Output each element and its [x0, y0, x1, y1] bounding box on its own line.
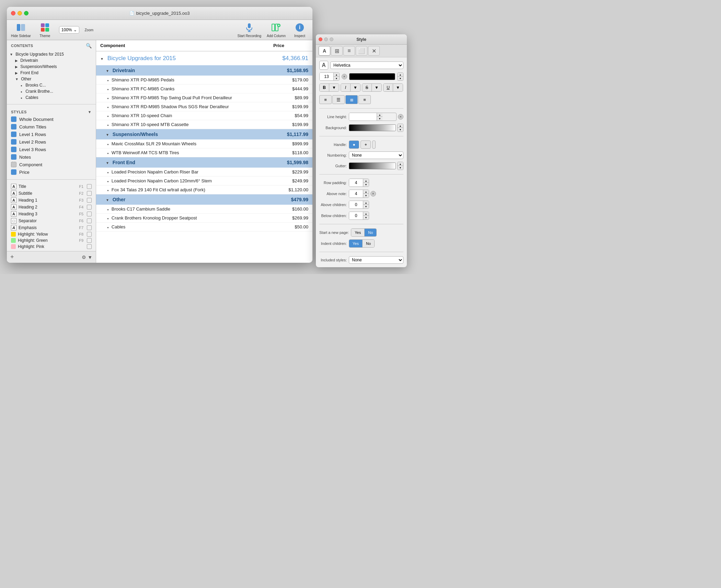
included-styles-select[interactable]: None	[349, 256, 403, 264]
style-panel-minimize[interactable]	[324, 37, 328, 41]
table-row-item-4[interactable]: ●Shimano XTR RD-M985 Shadow Plus SGS Rea…	[96, 102, 312, 111]
named-style-heading2[interactable]: A Heading 2 F4	[7, 204, 96, 211]
style-panel-close[interactable]	[319, 37, 322, 41]
tab-list[interactable]: ≡	[343, 46, 355, 56]
table-row-item-7[interactable]: ●Mavic CrossMax SLR 29 Mountain Wheels $…	[96, 139, 312, 148]
underline-button[interactable]: U	[384, 84, 393, 91]
style-column-titles[interactable]: Column Titles	[7, 123, 96, 131]
line-height-stepper[interactable]: ▲ ▼	[349, 113, 397, 121]
minimize-button[interactable]	[18, 11, 22, 15]
font-color-swatch[interactable]	[349, 73, 395, 80]
numbering-select[interactable]: None	[349, 151, 403, 159]
bg-up[interactable]: ▲	[398, 124, 403, 128]
table-row-drivetrain[interactable]: ▼ Drivetrain $1,168.95	[96, 65, 312, 76]
named-style-subtitle[interactable]: A Subtitle F2	[7, 190, 96, 197]
gear-icon[interactable]: ⚙ ▼	[82, 255, 92, 260]
italic-button[interactable]: I	[341, 84, 351, 91]
table-row-item-14[interactable]: ●Cables $50.00	[96, 223, 312, 231]
strikethrough-dropdown[interactable]: ▼	[372, 84, 381, 91]
tree-item-drivetrain[interactable]: ▶ Drivetrain	[7, 57, 96, 64]
new-page-no[interactable]: No	[365, 229, 376, 236]
tab-page[interactable]: ⬜	[356, 46, 367, 56]
style-component[interactable]: Component	[7, 161, 96, 168]
tab-text[interactable]: A	[319, 46, 330, 56]
ns-checkbox-heading1[interactable]	[87, 198, 92, 203]
ns-checkbox-emphasis[interactable]	[87, 225, 92, 230]
maximize-button[interactable]	[24, 11, 28, 15]
theme-button[interactable]: Theme	[36, 22, 54, 38]
below-children-input[interactable]	[349, 212, 363, 219]
ns-checkbox-title[interactable]	[87, 184, 92, 189]
named-style-title[interactable]: A Title F1	[7, 183, 96, 190]
above-children-down[interactable]: ▼	[363, 205, 369, 208]
named-style-highlight-pink[interactable]: Highlight: Pink	[7, 244, 96, 250]
table-row-other[interactable]: ▼ Other $479.99	[96, 194, 312, 205]
font-size-input[interactable]	[320, 73, 333, 80]
above-children-stepper[interactable]: ▲ ▼	[349, 201, 369, 209]
table-row-item-8[interactable]: ●WTB Weirwolf AM TCS MTB Tires $118.00	[96, 148, 312, 157]
font-size-up[interactable]: ▲	[334, 73, 339, 77]
underline-dropdown[interactable]: ▼	[393, 84, 403, 91]
handle-dot-button[interactable]: ●	[349, 140, 359, 149]
close-button[interactable]	[11, 11, 15, 15]
font-size-clear[interactable]: ✕	[342, 74, 347, 79]
line-height-input[interactable]	[349, 113, 377, 121]
line-height-down[interactable]: ▼	[377, 117, 382, 121]
line-height-up[interactable]: ▲	[377, 113, 382, 117]
strikethrough-button[interactable]: S	[362, 84, 372, 91]
style-level3[interactable]: Level 3 Rows	[7, 146, 96, 153]
table-row-item-12[interactable]: ●Brooks C17 Cambium Saddle $160.00	[96, 205, 312, 214]
handle-line-button[interactable]	[372, 140, 376, 149]
inspect-button[interactable]: i Inspect	[291, 22, 308, 38]
color-down[interactable]: ▼	[398, 77, 403, 80]
table-row-root[interactable]: ▼ Bicycle Upgrades for 2015 $4,366.91	[96, 51, 312, 65]
font-size-down[interactable]: ▼	[334, 77, 339, 80]
tree-item-cables[interactable]: ● Cables	[7, 94, 96, 101]
style-panel-maximize[interactable]	[330, 37, 333, 41]
above-children-input[interactable]	[349, 201, 363, 208]
table-row-item-9[interactable]: ●Loaded Precision Napalm Carbon Riser Ba…	[96, 168, 312, 177]
font-a-button[interactable]: A	[319, 61, 328, 70]
italic-dropdown[interactable]: ▼	[351, 84, 360, 91]
line-height-clear[interactable]: ✕	[398, 114, 403, 120]
named-style-highlight-yellow[interactable]: Highlight: Yellow F8	[7, 231, 96, 237]
start-recording-button[interactable]: Start Recording	[237, 22, 261, 38]
table-row-item-2[interactable]: ●Shimano XTR FC-M985 Cranks $444.99	[96, 84, 312, 93]
handle-cursor-button[interactable]: ⌖	[360, 140, 371, 149]
bold-button[interactable]: B	[320, 84, 329, 91]
table-row-item-1[interactable]: ●Shimano XTR PD-M985 Pedals $179.00	[96, 76, 312, 84]
tree-item-other[interactable]: ▼ Other	[7, 76, 96, 82]
indent-children-no[interactable]: No	[363, 240, 374, 247]
font-family-select[interactable]: Helvetica	[330, 61, 403, 69]
style-whole-document[interactable]: Whole Document	[7, 115, 96, 123]
style-level2[interactable]: Level 2 Rows	[7, 138, 96, 146]
named-style-heading3[interactable]: A Heading 3 F5	[7, 211, 96, 217]
table-row-item-11[interactable]: ●Fox 34 Talas 29 140 Fit Ctd w/trail adj…	[96, 185, 312, 194]
row-padding-stepper[interactable]: ▲ ▼	[349, 179, 369, 187]
named-style-highlight-green[interactable]: Highlight: Green F9	[7, 237, 96, 244]
tab-grid[interactable]: ⊞	[331, 46, 343, 56]
below-children-stepper[interactable]: ▲ ▼	[349, 212, 369, 220]
hide-sidebar-button[interactable]: Hide Sidebar	[11, 22, 31, 38]
align-right-button[interactable]: ≡	[358, 95, 371, 104]
above-note-clear[interactable]: ✕	[370, 191, 376, 196]
style-level1[interactable]: Level 1 Rows	[7, 131, 96, 138]
align-center-button[interactable]: ☰	[332, 95, 345, 104]
above-note-down[interactable]: ▼	[363, 194, 369, 197]
above-note-input[interactable]	[349, 190, 363, 197]
styles-dropdown-icon[interactable]: ▼	[88, 110, 92, 114]
above-note-stepper[interactable]: ▲ ▼	[349, 190, 369, 198]
tree-item-frontend[interactable]: ▶ Front End	[7, 70, 96, 76]
add-style-button[interactable]: +	[10, 253, 14, 261]
tree-item-crank[interactable]: ● Crank Brothe...	[7, 88, 96, 94]
add-column-button[interactable]: Add Column	[267, 22, 286, 38]
gutter-up[interactable]: ▲	[398, 162, 403, 166]
ns-checkbox-green[interactable]	[87, 238, 92, 243]
gutter-swatch[interactable]	[349, 162, 396, 169]
row-padding-input[interactable]	[349, 179, 363, 186]
search-icon[interactable]: 🔍	[86, 43, 92, 48]
ns-checkbox-pink[interactable]	[87, 244, 92, 249]
named-style-emphasis[interactable]: A Emphasis F7	[7, 224, 96, 231]
style-price[interactable]: Price	[7, 168, 96, 176]
zoom-control[interactable]: 100% ⌄	[59, 26, 79, 34]
